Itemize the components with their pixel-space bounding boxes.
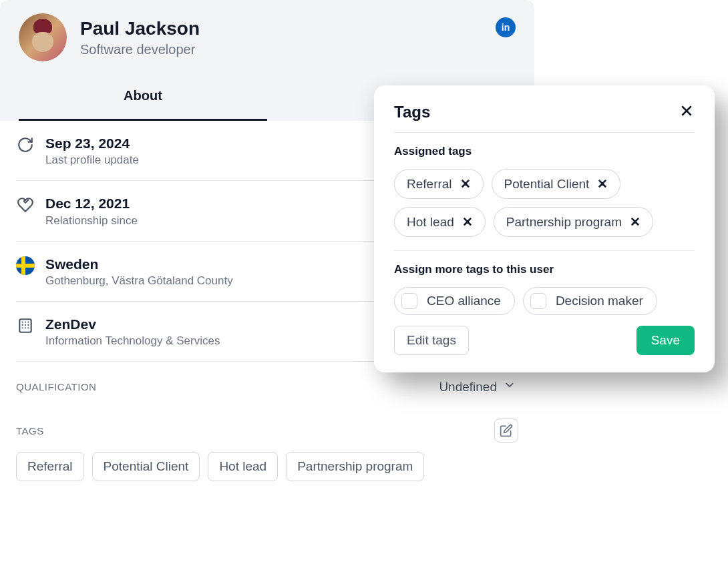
modal-header: Tags: [394, 103, 695, 133]
tag-pill-label: Potential Client: [504, 177, 590, 192]
close-icon: [679, 103, 695, 119]
tags-modal: Tags Assigned tags Referral ✕ Potential …: [374, 85, 715, 372]
tags-section: TAGS Referral Potential Client Hot lead …: [16, 406, 518, 488]
assigned-pill-list: Referral ✕ Potential Client ✕ Hot lead ✕…: [394, 169, 695, 237]
qualification-label: QUALIFICATION: [16, 381, 96, 392]
tag-pill: Potential Client ✕: [492, 169, 621, 199]
tag-pill-label: Hot lead: [407, 215, 454, 230]
tag-pill: Referral ✕: [394, 169, 484, 199]
tag-pill-label: Referral: [407, 177, 452, 192]
tags-label: TAGS: [16, 425, 44, 437]
profile-title: Software developer: [80, 42, 482, 57]
tag-pill: Partnership program ✕: [494, 207, 653, 237]
handshake-icon: [16, 196, 35, 214]
checkbox[interactable]: [401, 293, 417, 309]
remove-tag-button[interactable]: ✕: [460, 176, 471, 192]
flag-se-icon: [16, 256, 35, 275]
profile-top: Paul Jackson Software developer in: [19, 13, 516, 77]
remove-tag-button[interactable]: ✕: [597, 176, 608, 192]
tag-pill-label: Partnership program: [506, 215, 622, 230]
tag-option-label: CEO alliance: [427, 294, 501, 308]
tag-pill: Hot lead ✕: [394, 207, 486, 237]
refresh-icon: [16, 135, 35, 154]
pencil-icon: [500, 424, 513, 437]
more-pill-list: CEO alliance Decision maker: [394, 287, 695, 315]
tag-chip: Potential Client: [92, 452, 200, 481]
tag-chip: Hot lead: [208, 452, 278, 481]
checkbox[interactable]: [530, 293, 546, 309]
remove-tag-button[interactable]: ✕: [630, 214, 641, 230]
tags-modal-wrap: Tags Assigned tags Referral ✕ Potential …: [374, 85, 715, 372]
modal-footer: Edit tags Save: [394, 326, 695, 355]
building-icon: [16, 316, 35, 335]
modal-title: Tags: [394, 103, 430, 121]
tab-about[interactable]: About: [19, 77, 267, 121]
linkedin-button[interactable]: in: [496, 17, 516, 37]
linkedin-icon: in: [502, 22, 510, 33]
save-button[interactable]: Save: [636, 326, 695, 355]
assigned-tags-section: Assigned tags Referral ✕ Potential Clien…: [394, 133, 695, 251]
avatar: [19, 13, 67, 61]
edit-tags-link[interactable]: Edit tags: [394, 326, 469, 355]
assigned-tags-label: Assigned tags: [394, 145, 695, 158]
tags-row: TAGS: [16, 418, 518, 443]
tab-about-label: About: [124, 88, 162, 103]
close-button[interactable]: [679, 103, 695, 121]
tag-option-label: Decision maker: [556, 294, 643, 308]
profile-name-block: Paul Jackson Software developer: [80, 17, 482, 58]
tag-chip: Referral: [16, 452, 84, 481]
more-tags-section: Assign more tags to this user CEO allian…: [394, 251, 695, 355]
tag-list: Referral Potential Client Hot lead Partn…: [16, 452, 518, 481]
edit-tags-button[interactable]: [494, 418, 518, 443]
remove-tag-button[interactable]: ✕: [462, 214, 473, 230]
tag-chip: Partnership program: [286, 452, 424, 481]
profile-name: Paul Jackson: [80, 17, 482, 40]
more-tags-label: Assign more tags to this user: [394, 263, 695, 276]
tag-option[interactable]: CEO alliance: [394, 287, 515, 315]
tag-option[interactable]: Decision maker: [523, 287, 657, 315]
